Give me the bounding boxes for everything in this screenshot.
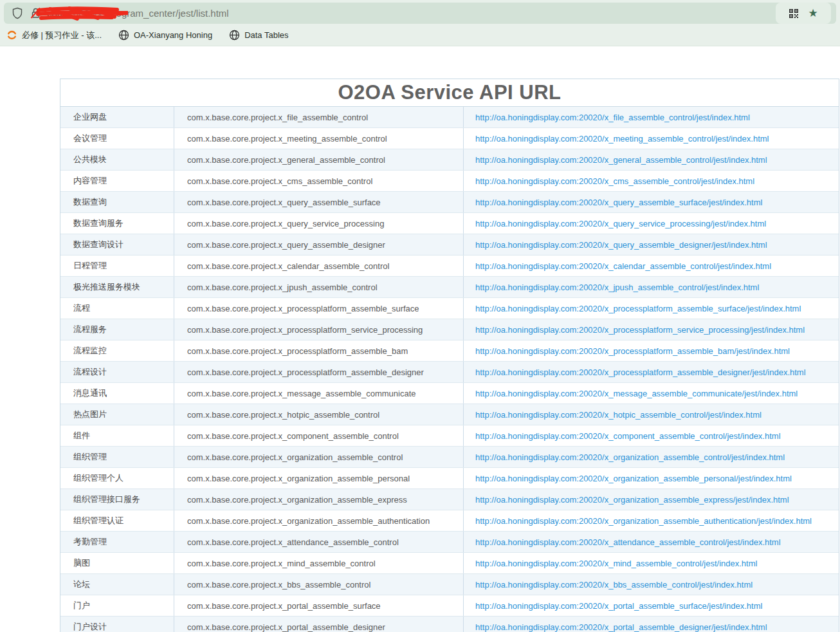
- api-url-cell: http://oa.honingdisplay.com:20020/x_gene…: [464, 149, 839, 170]
- table-row: 内容管理com.x.base.core.project.x_cms_assemb…: [60, 171, 839, 192]
- api-url-cell-link[interactable]: http://oa.honingdisplay.com:20020/x_proc…: [475, 346, 790, 356]
- api-url-cell-link[interactable]: http://oa.honingdisplay.com:20020/x_orga…: [475, 474, 792, 483]
- bookmark-item-bixiu[interactable]: 必修 | 预习作业 - 该...: [6, 30, 102, 41]
- table-row: 流程监控com.x.base.core.project.x_processpla…: [60, 340, 839, 362]
- module-name-cell: 流程: [60, 298, 174, 319]
- api-url-cell-link[interactable]: http://oa.honingdisplay.com:20020/x_quer…: [475, 240, 767, 250]
- package-cell: com.x.base.core.project.x_file_assemble_…: [174, 107, 464, 127]
- api-url-cell-link[interactable]: http://oa.honingdisplay.com:20020/x_cms_…: [475, 176, 754, 186]
- bookmark-label: OA-Xianyang Honing: [134, 30, 212, 40]
- package-cell: com.x.base.core.project.x_message_assemb…: [174, 383, 464, 404]
- module-name-cell: 组织管理个人: [60, 468, 174, 488]
- url-path: :20030/x_program_center/jest/list.html: [65, 8, 228, 19]
- bookmarks-bar: 必修 | 预习作业 - 该... OA-Xianyang Honing Da: [0, 24, 840, 46]
- module-name-cell: 极光推送服务模块: [60, 277, 174, 297]
- api-url-cell: http://oa.honingdisplay.com:20020/x_bbs_…: [464, 574, 839, 595]
- api-url-cell-link[interactable]: http://oa.honingdisplay.com:20020/x_proc…: [475, 304, 801, 313]
- package-cell: com.x.base.core.project.x_component_asse…: [174, 425, 464, 446]
- table-row: 流程设计com.x.base.core.project.x_processpla…: [60, 362, 839, 383]
- api-url-cell-link[interactable]: http://oa.honingdisplay.com:20020/x_hotp…: [475, 410, 762, 420]
- package-cell: com.x.base.core.project.x_organization_a…: [174, 510, 464, 531]
- table-row: 消息通讯com.x.base.core.project.x_message_as…: [60, 383, 839, 404]
- api-url-cell: http://oa.honingdisplay.com:20020/x_mess…: [464, 383, 839, 404]
- package-cell: com.x.base.core.project.x_attendance_ass…: [174, 532, 464, 552]
- api-url-cell-link[interactable]: http://oa.honingdisplay.com:20020/x_mess…: [475, 389, 798, 398]
- address-bar[interactable]: com:20030/x_program_center/jest/list.htm…: [4, 3, 836, 24]
- module-name-cell: 热点图片: [60, 404, 174, 425]
- module-name-cell: 内容管理: [60, 171, 174, 191]
- bookmark-star-icon[interactable]: ★: [808, 8, 817, 19]
- url-text[interactable]: com:20030/x_program_center/jest/list.htm…: [47, 8, 229, 19]
- table-row: 热点图片com.x.base.core.project.x_hotpic_ass…: [60, 404, 839, 425]
- package-cell: com.x.base.core.project.x_processplatfor…: [174, 340, 464, 361]
- table-row: 数据查询设计com.x.base.core.project.x_query_as…: [60, 234, 839, 256]
- api-url-cell-link[interactable]: http://oa.honingdisplay.com:20020/x_gene…: [475, 155, 767, 165]
- qr-code-icon[interactable]: [789, 8, 799, 19]
- package-cell: com.x.base.core.project.x_jpush_assemble…: [174, 277, 464, 297]
- url-domain: com: [47, 8, 65, 19]
- insecure-lock-icon[interactable]: [30, 7, 42, 19]
- table-row: 公共模块com.x.base.core.project.x_general_as…: [60, 149, 839, 171]
- package-cell: com.x.base.core.project.x_cms_assemble_c…: [174, 171, 464, 191]
- table-row: 组织管理接口服务com.x.base.core.project.x_organi…: [60, 489, 839, 510]
- module-name-cell: 数据查询: [60, 192, 174, 212]
- api-url-cell: http://oa.honingdisplay.com:20020/x_port…: [464, 595, 839, 616]
- orange-arcs-favicon: [6, 30, 17, 41]
- api-url-cell: http://oa.honingdisplay.com:20020/x_comp…: [464, 425, 839, 446]
- api-url-cell: http://oa.honingdisplay.com:20020/x_hotp…: [464, 404, 839, 425]
- table-row: 考勤管理com.x.base.core.project.x_attendance…: [60, 532, 839, 553]
- api-url-cell-link[interactable]: http://oa.honingdisplay.com:20020/x_bbs_…: [475, 580, 753, 590]
- api-url-cell-link[interactable]: http://oa.honingdisplay.com:20020/x_proc…: [475, 325, 805, 335]
- package-cell: com.x.base.core.project.x_query_assemble…: [174, 234, 464, 255]
- globe-icon: [229, 30, 240, 41]
- table-row: 数据查询com.x.base.core.project.x_query_asse…: [60, 192, 839, 213]
- api-url-cell-link[interactable]: http://oa.honingdisplay.com:20020/x_atte…: [475, 537, 781, 547]
- api-url-cell-link[interactable]: http://oa.honingdisplay.com:20020/x_cale…: [475, 261, 771, 271]
- package-cell: com.x.base.core.project.x_calendar_assem…: [174, 256, 464, 276]
- module-name-cell: 公共模块: [60, 149, 174, 170]
- api-url-cell-link[interactable]: http://oa.honingdisplay.com:20020/x_comp…: [475, 431, 781, 441]
- api-url-cell-link[interactable]: http://oa.honingdisplay.com:20020/x_quer…: [475, 219, 766, 228]
- table-row: 门户设计com.x.base.core.project.x_portal_ass…: [60, 617, 839, 632]
- api-url-cell-link[interactable]: http://oa.honingdisplay.com:20020/x_port…: [475, 601, 762, 611]
- table-row: 组件com.x.base.core.project.x_component_as…: [60, 425, 839, 447]
- api-url-cell-link[interactable]: http://oa.honingdisplay.com:20020/x_meet…: [475, 134, 769, 144]
- api-url-cell-link[interactable]: http://oa.honingdisplay.com:20020/x_orga…: [475, 495, 789, 505]
- api-url-cell-link[interactable]: http://oa.honingdisplay.com:20020/x_orga…: [475, 516, 812, 526]
- module-name-cell: 组织管理认证: [60, 510, 174, 531]
- api-url-cell: http://oa.honingdisplay.com:20020/x_quer…: [464, 192, 839, 212]
- package-cell: com.x.base.core.project.x_hotpic_assembl…: [174, 404, 464, 425]
- api-url-cell-link[interactable]: http://oa.honingdisplay.com:20020/x_proc…: [475, 367, 806, 377]
- package-cell: com.x.base.core.project.x_organization_a…: [174, 447, 464, 467]
- module-name-cell: 论坛: [60, 574, 174, 595]
- module-name-cell: 数据查询服务: [60, 213, 174, 234]
- module-name-cell: 流程设计: [60, 362, 174, 382]
- api-url-cell: http://oa.honingdisplay.com:20020/x_mind…: [464, 553, 839, 573]
- bookmark-item-data-tables[interactable]: Data Tables: [229, 30, 288, 41]
- module-name-cell: 考勤管理: [60, 532, 174, 552]
- page-title: O2OA Service API URL: [60, 79, 839, 107]
- package-cell: com.x.base.core.project.x_meeting_assemb…: [174, 128, 464, 149]
- api-url-cell: http://oa.honingdisplay.com:20020/x_file…: [464, 107, 839, 127]
- api-url-cell: http://oa.honingdisplay.com:20020/x_orga…: [464, 468, 839, 488]
- api-url-cell-link[interactable]: http://oa.honingdisplay.com:20020/x_file…: [475, 113, 750, 122]
- table-body: 企业网盘com.x.base.core.project.x_file_assem…: [60, 107, 839, 632]
- api-url-cell: http://oa.honingdisplay.com:20020/x_meet…: [464, 128, 839, 149]
- tracking-protection-shield-icon[interactable]: [12, 7, 23, 19]
- module-name-cell: 流程监控: [60, 340, 174, 361]
- api-url-cell-link[interactable]: http://oa.honingdisplay.com:20020/x_orga…: [475, 452, 785, 462]
- api-url-cell: http://oa.honingdisplay.com:20020/x_proc…: [464, 362, 839, 382]
- api-url-cell-link[interactable]: http://oa.honingdisplay.com:20020/x_jpus…: [475, 283, 759, 292]
- urlbar-actions: ★: [776, 3, 831, 24]
- table-row: 流程服务com.x.base.core.project.x_processpla…: [60, 319, 839, 340]
- bookmark-item-oa-xianyang[interactable]: OA-Xianyang Honing: [118, 30, 212, 41]
- package-cell: com.x.base.core.project.x_query_assemble…: [174, 192, 464, 212]
- table-row: 论坛com.x.base.core.project.x_bbs_assemble…: [60, 574, 839, 595]
- api-url-cell-link[interactable]: http://oa.honingdisplay.com:20020/x_port…: [475, 622, 767, 632]
- api-url-cell-link[interactable]: http://oa.honingdisplay.com:20020/x_quer…: [475, 198, 762, 207]
- package-cell: com.x.base.core.project.x_bbs_assemble_c…: [174, 574, 464, 595]
- page-content: O2OA Service API URL 企业网盘com.x.base.core…: [0, 46, 840, 632]
- module-name-cell: 消息通讯: [60, 383, 174, 404]
- api-url-cell: http://oa.honingdisplay.com:20020/x_atte…: [464, 532, 839, 552]
- api-url-cell-link[interactable]: http://oa.honingdisplay.com:20020/x_mind…: [475, 559, 757, 568]
